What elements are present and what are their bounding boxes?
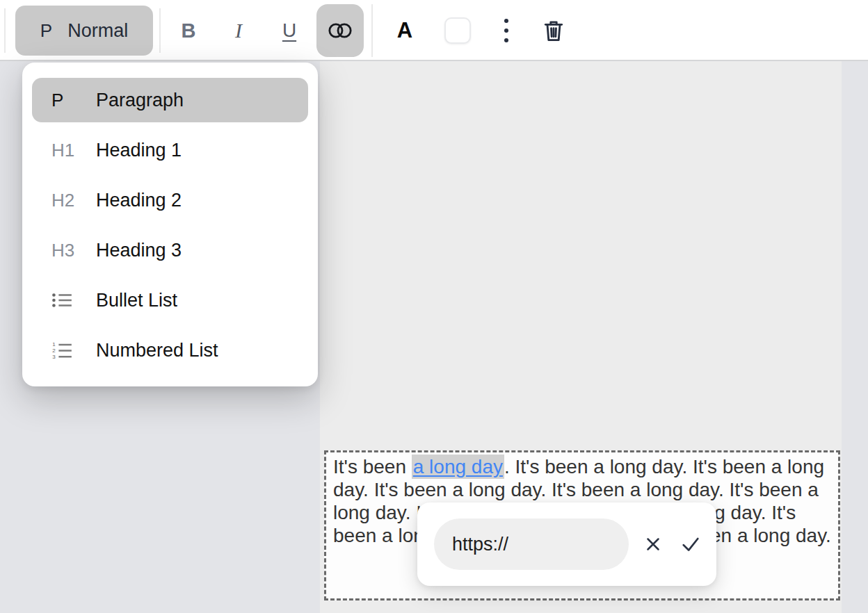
block-style-menu: P Paragraph H1 Heading 1 H2 Heading 2 H3…	[22, 63, 318, 386]
ellipsis-dot	[504, 19, 508, 23]
menu-item-heading-3[interactable]: H3 Heading 3	[32, 228, 308, 272]
rich-text-editor-app: P Normal B I U A	[0, 0, 868, 613]
confirm-link-button[interactable]	[675, 528, 707, 560]
text-color-button[interactable]: A	[387, 6, 423, 56]
text-link[interactable]: a long day	[413, 456, 503, 477]
svg-text:3: 3	[52, 354, 56, 359]
paragraph-icon: P	[40, 20, 52, 42]
menu-item-label: Heading 1	[86, 140, 182, 161]
close-icon	[643, 534, 664, 555]
text-selection-highlight: a long day	[412, 455, 504, 479]
link-icon	[328, 23, 352, 38]
toolbar-divider	[371, 4, 373, 57]
menu-item-label: Heading 2	[86, 190, 182, 211]
menu-item-label: Bullet List	[86, 290, 177, 311]
heading-3-icon: H3	[42, 240, 86, 261]
more-options-button[interactable]	[491, 6, 522, 56]
menu-item-heading-1[interactable]: H1 Heading 1	[32, 128, 308, 172]
page-background: P Paragraph H1 Heading 1 H2 Heading 2 H3…	[0, 61, 868, 613]
heading-1-icon: H1	[42, 140, 86, 161]
block-style-dropdown-button[interactable]: P Normal	[15, 6, 153, 56]
menu-item-bullet-list[interactable]: Bullet List	[32, 278, 308, 322]
ellipsis-dot	[504, 28, 508, 33]
paragraph-icon: P	[42, 90, 86, 111]
heading-2-icon: H2	[42, 190, 86, 211]
bold-button[interactable]: B	[171, 6, 206, 56]
ellipsis-dot	[504, 38, 508, 42]
menu-item-numbered-list[interactable]: 1 2 3 Numbered List	[32, 328, 308, 373]
cancel-link-button[interactable]	[637, 528, 669, 560]
text-before-link: It's been	[333, 456, 412, 477]
highlight-color-swatch-button[interactable]	[444, 17, 471, 44]
link-url-input[interactable]	[434, 518, 629, 570]
link-button[interactable]	[316, 4, 364, 57]
toolbar-divider	[4, 8, 6, 53]
italic-button[interactable]: I	[221, 6, 256, 56]
underline-button[interactable]: U	[271, 6, 307, 56]
menu-item-label: Heading 3	[86, 240, 182, 261]
bullet-list-icon	[42, 292, 86, 309]
numbered-list-icon: 1 2 3	[42, 341, 86, 359]
menu-item-label: Numbered List	[86, 340, 218, 361]
checkmark-icon	[680, 533, 702, 555]
menu-item-heading-2[interactable]: H2 Heading 2	[32, 178, 308, 222]
delete-button[interactable]	[533, 6, 574, 56]
menu-item-paragraph[interactable]: P Paragraph	[32, 78, 308, 122]
editor-toolbar: P Normal B I U A	[0, 0, 868, 61]
trash-icon	[541, 18, 566, 43]
block-style-label: Normal	[67, 20, 128, 42]
link-edit-popup	[417, 502, 716, 586]
toolbar-divider	[159, 8, 161, 53]
menu-item-label: Paragraph	[86, 90, 184, 111]
